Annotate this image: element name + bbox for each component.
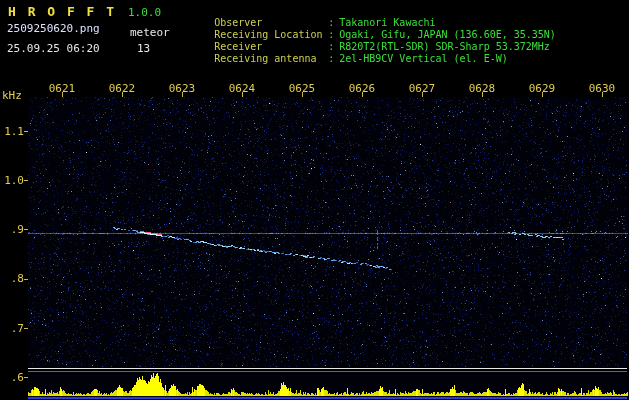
info-row-antenna: Receiving antenna:2el-HB9CV Vertical (el… [178, 41, 556, 53]
freq-tick-label: .9 [0, 223, 24, 236]
time-tick-label: 0628 [468, 82, 496, 95]
freq-tick-label: .8 [0, 272, 24, 285]
info-separator: : [328, 53, 334, 64]
time-tick-label: 0626 [348, 82, 376, 95]
echo-count: 13 [137, 42, 150, 55]
freq-tick-label: .7 [0, 322, 24, 335]
freq-unit-label: kHz [2, 89, 22, 102]
time-tick-label: 0630 [588, 82, 616, 95]
output-filename: 2509250620.png [7, 22, 100, 35]
freq-tick-label: 1.1 [0, 125, 24, 138]
time-tick-label: 0621 [48, 82, 76, 95]
app-title: H R O F F T [8, 4, 116, 19]
time-tick-label: 0622 [108, 82, 136, 95]
station-info: Observer:Takanori Kawachi Receiving Loca… [178, 5, 556, 53]
time-tick-label: 0624 [228, 82, 256, 95]
app-version: 1.0.0 [128, 6, 161, 19]
time-tick-label: 0629 [528, 82, 556, 95]
freq-tick-label: .6 [0, 371, 24, 384]
time-tick-label: 0627 [408, 82, 436, 95]
hrofft-window: H R O F F T 1.0.0 2509250620.png meteor … [0, 0, 629, 400]
mode-label: meteor [130, 26, 170, 39]
time-tick-label: 0623 [168, 82, 196, 95]
datetime-label: 25.09.25 06:20 [7, 42, 100, 55]
info-row-receiver: Receiver:R820T2(RTL-SDR) SDR-Sharp 53.37… [178, 29, 556, 41]
time-tick-label: 0625 [288, 82, 316, 95]
info-value: 2el-HB9CV Vertical (el. E-W) [339, 53, 508, 64]
freq-tick-label: 1.0 [0, 174, 24, 187]
info-row-location: Receiving Location:Ogaki, Gifu, JAPAN (1… [178, 17, 556, 29]
info-label: Receiving antenna [214, 53, 328, 65]
info-row-observer: Observer:Takanori Kawachi [178, 5, 556, 17]
